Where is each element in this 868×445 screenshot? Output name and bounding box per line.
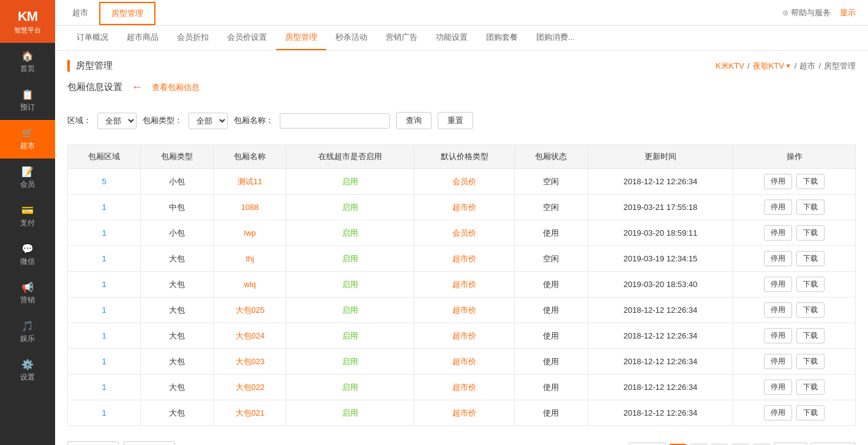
sub-nav-group-package[interactable]: 团购套餐	[477, 26, 527, 50]
cell-name-8: 大包022	[214, 375, 286, 400]
sub-nav-marketing-ad[interactable]: 营销广告	[376, 26, 427, 50]
table-row: 1 大包 大包025 启用 超市价 使用 2018-12-12 12:26:34…	[68, 297, 856, 323]
download-button-1[interactable]: 下载	[796, 200, 825, 215]
setting-link[interactable]: 查看包厢信息	[152, 82, 200, 93]
breadcrumb-super: 超市	[799, 61, 815, 72]
payment-icon: 💳	[21, 204, 34, 216]
batch-set-button[interactable]: 批量设置	[124, 441, 175, 445]
top-nav-right: ⊙ 帮助与服务 显示	[782, 7, 868, 18]
sub-nav-member-price[interactable]: 会员价设置	[218, 26, 276, 50]
breadcrumb-kmktv[interactable]: K米KTV	[716, 61, 744, 72]
cell-type-7: 大包	[141, 349, 214, 375]
next-five-button[interactable]: 下5页	[774, 443, 807, 445]
cell-status-4: 使用	[515, 272, 588, 297]
stop-button-0[interactable]: 停用	[764, 174, 792, 189]
sidebar-item-settings[interactable]: ⚙️ 设置	[0, 351, 55, 390]
cell-enabled-7: 启用	[286, 349, 414, 375]
marketing-icon: 📢	[21, 282, 34, 293]
col-price-type: 默认价格类型	[414, 145, 515, 169]
sidebar-item-marketing[interactable]: 📢 营销	[0, 274, 55, 313]
cell-status-1: 空闲	[515, 195, 588, 220]
cell-price-type-5: 超市价	[414, 297, 515, 323]
cell-enabled-6: 启用	[286, 323, 414, 349]
stop-button-5[interactable]: 停用	[764, 302, 792, 318]
download-button-5[interactable]: 下载	[796, 302, 825, 318]
stop-button-1[interactable]: 停用	[764, 200, 792, 215]
stop-button-8[interactable]: 停用	[764, 380, 792, 395]
cell-name-5: 大包025	[214, 297, 286, 323]
download-button-6[interactable]: 下载	[796, 328, 825, 343]
download-button-8[interactable]: 下载	[796, 380, 825, 395]
stop-button-9[interactable]: 停用	[764, 405, 792, 421]
sidebar-item-entertainment[interactable]: 🎵 娱乐	[0, 313, 55, 351]
cell-update-time-9: 2018-12-12 12:26:34	[588, 400, 733, 426]
download-button-2[interactable]: 下载	[796, 225, 825, 241]
sub-nav-super-goods[interactable]: 超市商品	[118, 26, 168, 50]
sub-nav-flash-sale[interactable]: 秒杀活动	[326, 26, 376, 50]
name-input[interactable]	[280, 113, 390, 129]
sidebar-item-booking[interactable]: 📋 预订	[0, 81, 55, 120]
stop-button-7[interactable]: 停用	[764, 354, 792, 369]
col-enabled: 在线超市是否启用	[286, 145, 414, 169]
cell-area-3: 1	[68, 246, 141, 272]
logo-sub: 智慧平台	[14, 26, 41, 35]
stop-button-4[interactable]: 停用	[764, 277, 792, 292]
reset-button[interactable]: 重置	[438, 112, 473, 129]
sidebar-label-payment: 支付	[20, 218, 35, 228]
help-link[interactable]: ⊙ 帮助与服务	[782, 7, 831, 18]
download-button-3[interactable]: 下载	[796, 251, 825, 266]
sidebar-item-wechat[interactable]: 💬 微信	[0, 236, 55, 274]
cell-type-1: 中包	[141, 195, 214, 220]
settings-icon: ⚙️	[21, 359, 34, 370]
download-button-4[interactable]: 下载	[796, 277, 825, 292]
breadcrumb-yektv[interactable]: 夜歌KTV ▼	[753, 61, 791, 72]
wechat-icon: 💬	[21, 243, 34, 255]
page-body: 订单概况 超市商品 会员折扣 会员价设置 房型管理 秒杀活动 营销广告 功能设置…	[55, 26, 868, 445]
sub-nav-func-settings[interactable]: 功能设置	[427, 26, 477, 50]
cell-enabled-8: 启用	[286, 375, 414, 400]
sidebar-item-home[interactable]: 🏠 首页	[0, 43, 55, 81]
cell-name-2: lwp	[214, 220, 286, 246]
table-row: 1 大包 wlq 启用 超市价 使用 2019-03-20 18:53:40 停…	[68, 272, 856, 297]
cell-name-6: 大包024	[214, 323, 286, 349]
sidebar-label-marketing: 营销	[20, 295, 35, 305]
stop-button-3[interactable]: 停用	[764, 251, 792, 266]
download-button-7[interactable]: 下载	[796, 354, 825, 369]
content-area: 房型管理 K米KTV / 夜歌KTV ▼ / 超市 / 房型管理 包厢信息设置 …	[55, 51, 868, 445]
area-select[interactable]: 全部	[97, 113, 137, 129]
display-link[interactable]: 显示	[840, 7, 856, 18]
sidebar-item-payment[interactable]: 💳 支付	[0, 197, 55, 236]
sub-nav: 订单概况 超市商品 会员折扣 会员价设置 房型管理 秒杀活动 营销广告 功能设置…	[55, 26, 868, 51]
cell-enabled-4: 启用	[286, 272, 414, 297]
stop-button-6[interactable]: 停用	[764, 328, 792, 343]
download-all-button[interactable]: 全部下载	[67, 441, 119, 445]
cell-status-6: 使用	[515, 323, 588, 349]
cell-price-type-9: 超市价	[414, 400, 515, 426]
last-page-button[interactable]: 最后一页	[810, 443, 856, 445]
cell-action-6: 停用 下载	[733, 323, 856, 349]
next-page-button[interactable]: 下一页	[629, 443, 666, 445]
stop-button-2[interactable]: 停用	[764, 225, 792, 241]
sidebar-label-booking: 预订	[20, 102, 35, 113]
sidebar-item-super[interactable]: 🛒 超市	[0, 120, 55, 159]
room-table: 包厢区域 包厢类型 包厢名称 在线超市是否启用 默认价格类型 包厢状态 更新时间…	[67, 144, 856, 426]
sub-nav-order-overview[interactable]: 订单概况	[67, 26, 118, 50]
breadcrumb-bar: 房型管理 K米KTV / 夜歌KTV ▼ / 超市 / 房型管理	[67, 60, 856, 72]
sidebar-label-member: 会员	[20, 179, 35, 190]
col-type: 包厢类型	[141, 145, 214, 169]
download-button-9[interactable]: 下载	[796, 405, 825, 421]
member-icon: 📝	[21, 166, 34, 178]
type-select[interactable]: 全部	[189, 113, 228, 129]
nav-item-super[interactable]: 超市	[61, 0, 99, 26]
download-button-0[interactable]: 下载	[796, 174, 825, 189]
cell-enabled-0: 启用	[286, 169, 414, 195]
nav-item-room-management[interactable]: 房型管理	[99, 2, 155, 25]
sub-nav-member-discount[interactable]: 会员折扣	[168, 26, 218, 50]
table-row: 1 小包 lwp 启用 会员价 使用 2019-03-20 18:59:11 停…	[68, 220, 856, 246]
query-button[interactable]: 查询	[396, 112, 432, 129]
sub-nav-group-consume[interactable]: 团购消费...	[527, 26, 584, 50]
cell-status-7: 使用	[515, 349, 588, 375]
name-label: 包厢名称：	[234, 115, 274, 126]
sub-nav-room-management[interactable]: 房型管理	[276, 26, 326, 50]
sidebar-item-member[interactable]: 📝 会员	[0, 159, 55, 197]
